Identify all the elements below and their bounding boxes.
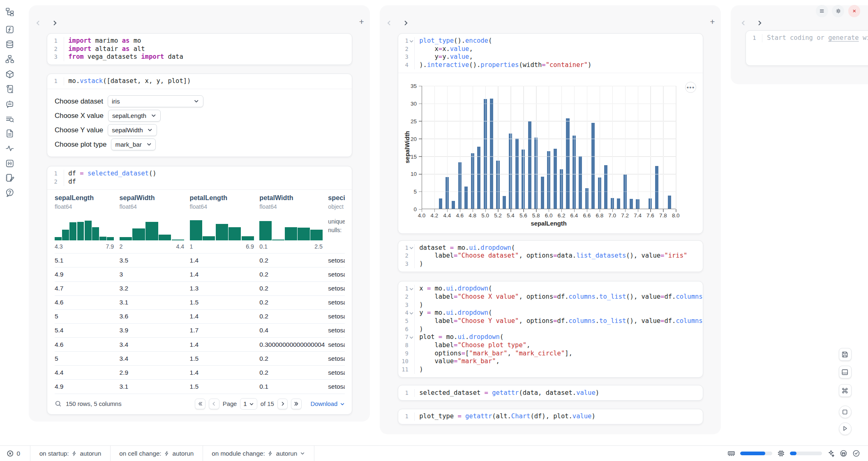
prev-page-button[interactable] (209, 399, 219, 409)
chart-actions-button[interactable]: ••• (685, 82, 696, 93)
code-line[interactable]: 1plot_type = getattr(alt.Chart(df), plot… (398, 413, 703, 421)
code-editor[interactable]: 1plot_type = getattr(alt.Chart(df), plot… (398, 409, 703, 424)
sidebar-item-documentation[interactable] (5, 128, 15, 138)
code-line[interactable]: 1x = mo.ui.dropdown( (398, 285, 703, 293)
table-row[interactable]: 5.13.51.40.2setosa (55, 254, 345, 267)
add-cell-button[interactable]: + (707, 17, 717, 27)
code-line[interactable]: 1mo.vstack([dataset, x, y, plot]) (47, 77, 352, 85)
code-editor[interactable]: 1 Start coding or generate with AI. (746, 31, 868, 46)
code-line[interactable]: 9 options=["mark_bar", "mark_circle"], (398, 350, 703, 358)
sidebar-item-logs[interactable] (5, 84, 15, 94)
fold-caret-icon[interactable] (409, 245, 414, 250)
code-line[interactable]: 11) (398, 366, 703, 374)
code-line[interactable]: 2 label="Choose dataset", options=data.l… (398, 252, 703, 260)
code-line[interactable]: 10 value="mark_bar", (398, 357, 703, 366)
code-editor[interactable]: 1import marimo as mo2import altair as al… (47, 34, 352, 65)
table-row[interactable]: 4.63.41.40.30000000000000004setosa (55, 338, 345, 352)
settings-button[interactable] (832, 5, 844, 17)
column-prev-button[interactable] (33, 18, 43, 28)
column-next-button[interactable] (50, 18, 60, 28)
download-button[interactable]: Download (310, 401, 344, 407)
fold-caret-icon[interactable] (409, 311, 414, 316)
code-editor[interactable]: 1selected_dataset = getattr(data, datase… (398, 385, 703, 400)
code-editor[interactable]: 1plot_type().encode(2 x=x.value,3 y=y.va… (398, 34, 703, 73)
sidebar-item-dependency-graph[interactable] (5, 54, 15, 64)
generate-link[interactable]: generate (828, 34, 859, 41)
column-next-button[interactable] (755, 18, 764, 28)
app-frame-button[interactable] (839, 406, 852, 418)
last-page-button[interactable] (291, 399, 302, 409)
code-line[interactable]: 3) (398, 260, 703, 268)
dropdown-select[interactable]: sepalLength (108, 110, 161, 122)
add-cell-button[interactable]: + (356, 17, 366, 27)
sidebar-item-data-sources[interactable] (5, 39, 15, 49)
sidebar-item-help[interactable] (5, 188, 15, 198)
fold-caret-icon[interactable] (409, 39, 414, 44)
fold-caret-icon[interactable] (409, 286, 414, 291)
table-column-header[interactable]: sepalWidthfloat6424.4 (120, 194, 190, 250)
code-line[interactable]: 1import marimo as mo (47, 37, 352, 45)
shutdown-button[interactable] (848, 5, 861, 17)
table-row[interactable]: 4.931.40.2setosa (55, 267, 345, 281)
table-row[interactable]: 53.61.40.2setosa (55, 310, 345, 324)
table-row[interactable]: 53.41.50.2setosa (55, 352, 345, 366)
code-line[interactable]: 2df (47, 178, 352, 186)
autorun-setting[interactable]: on cell change:autorun (111, 446, 203, 461)
code-line[interactable]: 8 label="Choose plot type", (398, 341, 703, 350)
dropdown-select[interactable]: mark_bar (111, 138, 156, 150)
code-editor[interactable]: 1x = mo.ui.dropdown(2 label="Choose X va… (398, 281, 703, 377)
sidebar-item-variables[interactable] (5, 24, 15, 34)
next-page-button[interactable] (277, 399, 288, 409)
ai-sparkles-icon-button[interactable] (827, 449, 835, 457)
dropdown-select[interactable]: iris (108, 95, 204, 107)
first-page-button[interactable] (195, 399, 205, 409)
code-line[interactable]: 5 label="Choose Y value", options=df.col… (398, 317, 703, 325)
search-icon[interactable] (55, 400, 62, 408)
code-line[interactable]: 2import altair as alt (47, 45, 352, 53)
table-row[interactable]: 5.43.91.70.4setosa (55, 324, 345, 338)
code-line[interactable]: 1df = selected_dataset() (47, 170, 352, 178)
autorun-setting[interactable]: on module change:autorun (203, 446, 314, 461)
bar-chart[interactable] (422, 86, 676, 209)
column-prev-button[interactable] (739, 18, 748, 28)
run-button[interactable] (839, 422, 852, 435)
table-column-header[interactable]: petalWidthfloat640.12.5 (259, 194, 328, 250)
layout-button[interactable] (839, 366, 852, 378)
code-line[interactable]: 3) (398, 301, 703, 309)
sidebar-item-packages[interactable] (5, 69, 15, 79)
table-column-header[interactable]: petalLengthfloat6416.9 (190, 194, 260, 250)
code-line[interactable]: 2 label="Choose X value", options=df.col… (398, 293, 703, 301)
code-line[interactable]: 1selected_dataset = getattr(data, datase… (398, 389, 703, 397)
code-line[interactable]: 4y = mo.ui.dropdown( (398, 309, 703, 317)
column-next-button[interactable] (401, 18, 411, 28)
keyboard-shortcuts-button[interactable] (839, 384, 852, 397)
connected-icon-button[interactable] (852, 449, 860, 457)
autorun-setting[interactable]: on startup:autorun (30, 446, 111, 461)
sidebar-item-tracing[interactable] (5, 143, 15, 153)
cpu-icon-button[interactable] (777, 449, 785, 457)
code-line[interactable]: 1plot_type().encode( (398, 37, 703, 45)
code-line[interactable]: 1dataset = mo.ui.dropdown( (398, 244, 703, 252)
column-prev-button[interactable] (384, 18, 394, 28)
dropdown-select[interactable]: sepalWidth (108, 124, 157, 136)
code-line[interactable]: 3 y=y.value, (398, 53, 703, 61)
sidebar-item-snippets[interactable] (5, 114, 15, 124)
menu-button[interactable] (816, 5, 828, 17)
code-editor[interactable]: 1dataset = mo.ui.dropdown(2 label="Choos… (398, 241, 703, 272)
table-column-header[interactable]: sepalLengthfloat644.37.9 (55, 194, 120, 250)
sidebar-item-file-explorer[interactable] (5, 7, 15, 16)
save-button[interactable] (839, 348, 852, 361)
page-select[interactable]: 1 (240, 398, 257, 410)
ai-bot-icon-button[interactable] (840, 449, 847, 457)
code-line[interactable]: 6) (398, 325, 703, 334)
memory-icon-button[interactable] (727, 449, 735, 457)
sidebar-item-console[interactable] (5, 158, 15, 168)
code-editor[interactable]: 1mo.vstack([dataset, x, y, plot]) (47, 74, 352, 89)
sidebar-item-scratchpad[interactable] (5, 173, 15, 182)
code-editor[interactable]: 1df = selected_dataset()2df (47, 166, 352, 189)
table-row[interactable]: 4.63.11.50.2setosa (55, 296, 345, 310)
table-row[interactable]: 4.93.11.50.1setosa (55, 380, 345, 394)
code-line[interactable]: 3from vega_datasets import data (47, 53, 352, 61)
code-line[interactable]: 4).interactive().properties(width="conta… (398, 61, 703, 69)
table-column-header[interactable]: speciesobjectunique:nulls: (328, 194, 344, 250)
